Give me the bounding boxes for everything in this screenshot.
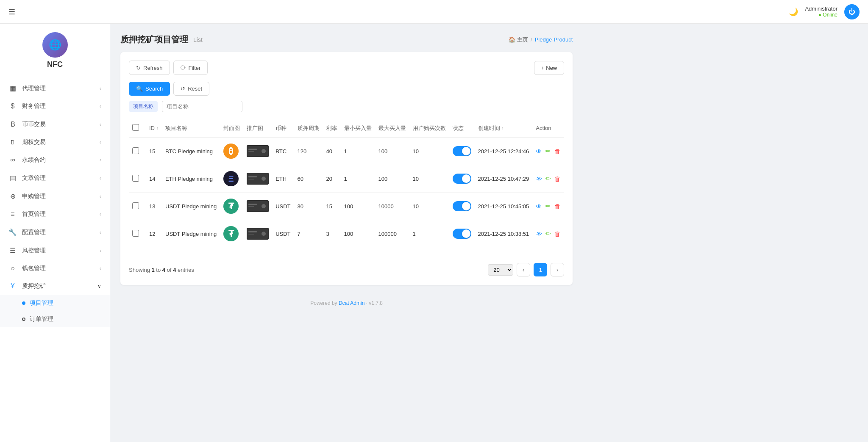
row-checkbox-14[interactable] bbox=[132, 175, 139, 182]
delete-icon-15[interactable]: 🗑 bbox=[554, 148, 561, 155]
svg-rect-8 bbox=[248, 179, 254, 180]
edit-icon-12[interactable]: ✏ bbox=[545, 230, 551, 238]
sidebar-item-home[interactable]: ≡ 首页管理 ‹ bbox=[0, 205, 110, 223]
refresh-button[interactable]: ↻ Refresh bbox=[129, 61, 170, 75]
filter-row: 项目名称 bbox=[129, 101, 564, 112]
pledge-submenu: 项目管理 订单管理 bbox=[0, 295, 110, 327]
search-icon: 🔍 bbox=[136, 86, 143, 92]
breadcrumb-home[interactable]: 🏠 主页 bbox=[509, 36, 528, 44]
col-coin: 币种 bbox=[272, 119, 294, 138]
agent-icon: ▦ bbox=[8, 84, 17, 92]
promo-img-14 bbox=[247, 173, 269, 185]
footer-brand-link[interactable]: Dcat Admin bbox=[339, 300, 364, 306]
main-content: 质押挖矿项目管理 List 🏠 主页 / Pledge-Product ↻ Re… bbox=[110, 24, 583, 442]
select-all-checkbox[interactable] bbox=[132, 124, 139, 131]
cell-status-15 bbox=[449, 138, 475, 165]
navbar: ☰ 🌙 Administrator Online ⏻ bbox=[0, 0, 868, 24]
delete-icon-13[interactable]: 🗑 bbox=[554, 203, 561, 210]
next-page-button[interactable]: › bbox=[551, 263, 564, 276]
cell-name-12: USDT Pledge mining bbox=[162, 220, 220, 248]
view-icon-12[interactable]: 👁 bbox=[536, 230, 542, 238]
page-1-button[interactable]: 1 bbox=[534, 263, 547, 276]
sidebar-item-agent[interactable]: ▦ 代理管理 ‹ bbox=[0, 79, 110, 97]
sidebar-item-wallet[interactable]: ○ 钱包管理 ‹ bbox=[0, 260, 110, 277]
filter-button[interactable]: ⧂ Filter bbox=[173, 61, 208, 75]
promo-img-12 bbox=[247, 228, 269, 240]
cell-user-count-12: 1 bbox=[409, 220, 449, 248]
chevron-icon-home: ‹ bbox=[100, 211, 101, 217]
user-info: Administrator Online bbox=[805, 6, 837, 18]
col-created: 创建时间 ↑ bbox=[475, 119, 533, 138]
row-checkbox-13[interactable] bbox=[132, 202, 139, 209]
cell-min-buy-15: 1 bbox=[341, 138, 375, 165]
chevron-icon-ipo: ‹ bbox=[100, 193, 101, 199]
cell-promo-13 bbox=[243, 193, 272, 220]
submenu-item-project[interactable]: 项目管理 bbox=[0, 295, 110, 311]
view-icon-15[interactable]: 👁 bbox=[536, 148, 542, 155]
cover-img-14: Ξ bbox=[223, 171, 239, 186]
edit-icon-14[interactable]: ✏ bbox=[545, 175, 551, 182]
filter-icon: ⧂ bbox=[181, 64, 186, 71]
new-button[interactable]: + New bbox=[534, 61, 564, 75]
cell-coin-12: USDT bbox=[272, 220, 294, 248]
status-toggle-13[interactable] bbox=[453, 201, 471, 211]
edit-icon-15[interactable]: ✏ bbox=[545, 147, 551, 155]
col-action: Action bbox=[532, 119, 564, 138]
chevron-icon-agent: ‹ bbox=[100, 86, 101, 91]
promo-img-15 bbox=[247, 145, 269, 157]
breadcrumb: 🏠 主页 / Pledge-Product bbox=[509, 36, 573, 44]
sidebar-item-finance[interactable]: $ 财务管理 ‹ bbox=[0, 97, 110, 115]
reset-button[interactable]: ↺ Reset bbox=[173, 82, 209, 96]
action-icons-15: 👁 ✏ 🗑 bbox=[536, 147, 561, 155]
row-checkbox-15[interactable] bbox=[132, 147, 139, 154]
sidebar-item-futures[interactable]: ₿ 期权交易 ‹ bbox=[0, 133, 110, 151]
cell-interest-14: 20 bbox=[323, 165, 341, 193]
sidebar-item-perpetual[interactable]: ∞ 永续合约 ‹ bbox=[0, 151, 110, 169]
moon-icon[interactable]: 🌙 bbox=[789, 7, 798, 17]
power-button[interactable]: ⏻ bbox=[844, 4, 860, 19]
col-max-buy: 最大买入量 bbox=[375, 119, 409, 138]
page-size-select[interactable]: 20 50 100 bbox=[488, 264, 513, 276]
row-checkbox-12[interactable] bbox=[132, 230, 139, 237]
chevron-icon-risk: ‹ bbox=[100, 248, 101, 254]
table-row: 15 BTC Pledge mining ₿ BTC bbox=[129, 138, 564, 165]
col-min-buy: 最小买入量 bbox=[341, 119, 375, 138]
sidebar-item-risk[interactable]: ☰ 风控管理 ‹ bbox=[0, 241, 110, 260]
cell-created-15: 2021-12-25 12:24:46 bbox=[475, 138, 533, 165]
hamburger-icon[interactable]: ☰ bbox=[8, 7, 15, 17]
col-user-count: 用户购买次数 bbox=[409, 119, 449, 138]
cell-created-13: 2021-12-25 10:45:05 bbox=[475, 193, 533, 220]
status-toggle-12[interactable] bbox=[453, 229, 471, 239]
logo-icon: 🌐 bbox=[42, 32, 68, 58]
filter-input[interactable] bbox=[162, 101, 242, 112]
chevron-icon-article: ‹ bbox=[100, 175, 101, 181]
submenu-item-order[interactable]: 订单管理 bbox=[0, 311, 110, 327]
cell-status-13 bbox=[449, 193, 475, 220]
cell-max-buy-15: 100 bbox=[375, 138, 409, 165]
sidebar-item-crypto[interactable]: Ƀ 币币交易 ‹ bbox=[0, 115, 110, 133]
toolbar-left: ↻ Refresh ⧂ Filter bbox=[129, 61, 208, 75]
breadcrumb-separator: / bbox=[531, 36, 532, 43]
sidebar-label-crypto: 币币交易 bbox=[22, 121, 46, 128]
breadcrumb-current: Pledge-Product bbox=[535, 36, 573, 43]
pledge-icon: ¥ bbox=[8, 282, 17, 290]
status-toggle-15[interactable] bbox=[453, 146, 471, 156]
view-icon-13[interactable]: 👁 bbox=[536, 203, 542, 210]
sidebar-item-ipo[interactable]: ⊕ 申购管理 ‹ bbox=[0, 187, 110, 205]
cell-cover-12: ₮ bbox=[220, 220, 243, 248]
svg-point-19 bbox=[262, 232, 266, 236]
reset-icon: ↺ bbox=[181, 86, 185, 92]
sidebar-item-config[interactable]: 🔧 配置管理 ‹ bbox=[0, 223, 110, 241]
sidebar-item-pledge[interactable]: ¥ 质押挖矿 ∨ bbox=[0, 277, 110, 295]
search-button[interactable]: 🔍 Search bbox=[129, 82, 170, 96]
delete-icon-14[interactable]: 🗑 bbox=[554, 175, 561, 182]
svg-rect-7 bbox=[248, 176, 257, 177]
sort-icon-id[interactable]: ↑ bbox=[156, 126, 159, 130]
status-toggle-14[interactable] bbox=[453, 174, 471, 184]
edit-icon-13[interactable]: ✏ bbox=[545, 202, 551, 210]
delete-icon-12[interactable]: 🗑 bbox=[554, 230, 561, 238]
prev-page-button[interactable]: ‹ bbox=[517, 263, 530, 276]
sidebar-item-article[interactable]: ▤ 文章管理 ‹ bbox=[0, 169, 110, 187]
sort-icon-created[interactable]: ↑ bbox=[502, 126, 504, 130]
view-icon-14[interactable]: 👁 bbox=[536, 175, 542, 182]
